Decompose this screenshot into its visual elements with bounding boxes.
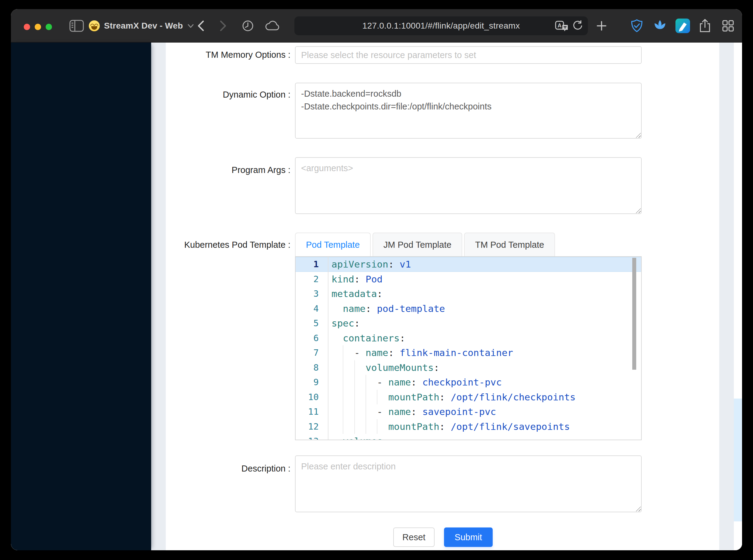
submit-button[interactable]: Submit bbox=[444, 527, 493, 547]
dynamic-option-label: Dynamic Option : bbox=[166, 88, 291, 101]
tm-memory-options-label: TM Memory Options : bbox=[166, 48, 291, 61]
address-bar[interactable]: 127.0.0.1:10001/#/flink/app/edit_streamx… bbox=[294, 16, 588, 35]
page-scrollbar-thumb[interactable] bbox=[734, 399, 742, 521]
code-line-6[interactable]: 6containers: bbox=[296, 331, 641, 346]
pod-template-tabs: Pod TemplateJM Pod TemplateTM Pod Templa… bbox=[295, 233, 555, 256]
code-line-13[interactable]: 13volumes: bbox=[296, 434, 641, 440]
reload-icon[interactable] bbox=[572, 20, 583, 31]
app-sidebar bbox=[11, 43, 151, 550]
chevron-down-icon bbox=[187, 24, 194, 28]
browser-toolbar: StreamX Dev - Web bbox=[11, 9, 742, 43]
dynamic-option-textarea[interactable]: -Dstate.backend=rocksdb -Dstate.checkpoi… bbox=[295, 83, 642, 139]
yaml-code-editor[interactable]: 1apiVersion: v12kind: Pod3metadata:4name… bbox=[295, 256, 642, 440]
line-number: 11 bbox=[296, 404, 329, 419]
code-line-4[interactable]: 4name: pod-template bbox=[296, 301, 641, 316]
translate-icon[interactable]: A bbox=[555, 20, 569, 32]
history-clock-icon[interactable] bbox=[241, 9, 255, 43]
code-line-1[interactable]: 1apiVersion: v1 bbox=[296, 257, 641, 272]
zoom-window-button[interactable] bbox=[46, 24, 52, 30]
new-tab-plus-icon[interactable] bbox=[594, 9, 609, 43]
editor-scrollbar-thumb[interactable] bbox=[632, 258, 636, 370]
program-args-textarea[interactable] bbox=[295, 157, 642, 214]
line-number: 3 bbox=[296, 286, 329, 301]
tab-pod-template[interactable]: Pod Template bbox=[295, 233, 371, 256]
tab-overview-grid-icon[interactable] bbox=[721, 9, 735, 43]
code-line-7[interactable]: 7- name: flink-main-container bbox=[296, 345, 641, 360]
line-number: 12 bbox=[296, 419, 329, 434]
description-textarea[interactable] bbox=[295, 455, 642, 512]
reset-button[interactable]: Reset bbox=[393, 527, 435, 547]
code-lines: 1apiVersion: v12kind: Pod3metadata:4name… bbox=[296, 257, 641, 440]
description-label: Description : bbox=[166, 462, 291, 475]
line-number: 4 bbox=[296, 301, 329, 316]
line-number: 8 bbox=[296, 360, 329, 375]
edit-application-form: TM Memory Options : Dynamic Option : -Ds… bbox=[166, 43, 719, 550]
privacy-shield-icon[interactable] bbox=[629, 9, 645, 43]
tab-favicon grinning-emoji-icon bbox=[87, 9, 101, 43]
close-window-button[interactable] bbox=[24, 24, 30, 30]
line-number: 9 bbox=[296, 375, 329, 390]
app-page: TM Memory Options : Dynamic Option : -Ds… bbox=[11, 43, 742, 550]
browser-window: StreamX Dev - Web bbox=[11, 9, 742, 550]
line-number: 5 bbox=[296, 316, 329, 331]
tm-memory-options-input[interactable] bbox=[295, 46, 642, 64]
svg-text:A: A bbox=[558, 22, 562, 28]
forward-button[interactable] bbox=[217, 9, 229, 43]
line-number: 13 bbox=[296, 434, 329, 440]
minimize-window-button[interactable] bbox=[35, 24, 41, 30]
code-line-9[interactable]: 9- name: checkpoint-pvc bbox=[296, 375, 641, 390]
kubernetes-pod-template-label: Kubernetes Pod Template : bbox=[166, 239, 291, 251]
code-line-8[interactable]: 8volumeMounts: bbox=[296, 360, 641, 375]
icloud-tabs-icon[interactable] bbox=[264, 9, 280, 43]
code-line-2[interactable]: 2kind: Pod bbox=[296, 272, 641, 287]
sidebar-toggle-icon[interactable] bbox=[68, 9, 85, 43]
back-button[interactable] bbox=[195, 9, 207, 43]
code-line-10[interactable]: 10mountPath: /opt/flink/checkpoints bbox=[296, 390, 641, 405]
url-text: 127.0.0.1:10001/#/flink/app/edit_streamx bbox=[362, 21, 520, 31]
code-line-5[interactable]: 5spec: bbox=[296, 316, 641, 331]
tab-tm-pod-template[interactable]: TM Pod Template bbox=[464, 233, 555, 256]
code-line-12[interactable]: 12mountPath: /opt/flink/savepoints bbox=[296, 419, 641, 434]
lotus-extension-icon[interactable] bbox=[652, 9, 668, 43]
code-line-11[interactable]: 11- name: savepoint-pvc bbox=[296, 404, 641, 419]
share-icon[interactable] bbox=[698, 9, 712, 43]
program-args-label: Program Args : bbox=[166, 164, 291, 176]
tab-jm-pod-template[interactable]: JM Pod Template bbox=[373, 233, 462, 256]
line-number: 6 bbox=[296, 331, 329, 346]
line-number: 1 bbox=[296, 257, 329, 272]
active-tab[interactable]: StreamX Dev - Web bbox=[104, 9, 194, 43]
page-scrollbar-track[interactable] bbox=[734, 43, 742, 550]
line-number: 10 bbox=[296, 390, 329, 405]
line-number: 7 bbox=[296, 345, 329, 360]
line-number: 2 bbox=[296, 272, 329, 287]
code-line-3[interactable]: 3metadata: bbox=[296, 286, 641, 301]
tab-title: StreamX Dev - Web bbox=[104, 21, 183, 31]
marker-extension-icon[interactable] bbox=[675, 9, 691, 43]
